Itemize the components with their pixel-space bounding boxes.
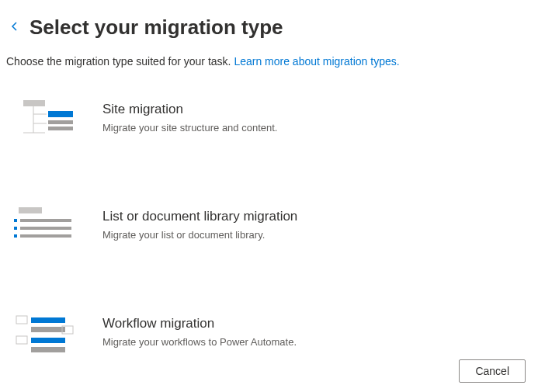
svg-rect-13 bbox=[14, 234, 17, 238]
footer: Cancel bbox=[459, 359, 526, 383]
option-title: List or document library migration bbox=[102, 209, 297, 224]
subtitle-text: Choose the migration type suited for you… bbox=[6, 55, 234, 68]
svg-rect-16 bbox=[31, 317, 65, 323]
svg-rect-15 bbox=[16, 316, 27, 324]
svg-rect-9 bbox=[14, 219, 17, 222]
option-workflow-migration[interactable]: Workflow migration Migrate your workflow… bbox=[12, 304, 538, 367]
option-desc: Migrate your workflows to Power Automate… bbox=[102, 336, 297, 348]
svg-rect-2 bbox=[48, 120, 73, 124]
option-desc: Migrate your site structure and content. bbox=[102, 122, 277, 134]
chevron-left-icon bbox=[9, 21, 20, 32]
option-text: Workflow migration Migrate your workflow… bbox=[102, 314, 297, 348]
svg-rect-14 bbox=[20, 234, 71, 238]
back-button[interactable] bbox=[6, 18, 23, 37]
learn-more-link[interactable]: Learn more about migration types. bbox=[234, 55, 399, 68]
option-text: Site migration Migrate your site structu… bbox=[102, 100, 277, 134]
option-list-library-migration[interactable]: List or document library migration Migra… bbox=[12, 196, 538, 260]
workflow-icon bbox=[12, 314, 75, 356]
cancel-button[interactable]: Cancel bbox=[459, 359, 526, 383]
site-migration-icon bbox=[12, 100, 75, 142]
subtitle: Choose the migration type suited for you… bbox=[0, 46, 538, 68]
option-site-migration[interactable]: Site migration Migrate your site structu… bbox=[12, 89, 538, 153]
svg-rect-21 bbox=[31, 347, 65, 352]
svg-rect-8 bbox=[19, 207, 42, 213]
svg-rect-10 bbox=[20, 219, 71, 222]
option-title: Site migration bbox=[102, 102, 277, 117]
page-title: Select your migration type bbox=[30, 16, 283, 40]
option-text: List or document library migration Migra… bbox=[102, 207, 297, 241]
option-title: Workflow migration bbox=[102, 316, 297, 331]
svg-rect-11 bbox=[14, 227, 17, 230]
option-desc: Migrate your list or document library. bbox=[102, 229, 297, 241]
page-header: Select your migration type bbox=[0, 0, 538, 46]
svg-rect-19 bbox=[16, 336, 27, 344]
svg-rect-1 bbox=[48, 111, 73, 117]
svg-rect-20 bbox=[31, 338, 65, 343]
svg-rect-0 bbox=[23, 100, 45, 106]
svg-rect-12 bbox=[20, 227, 71, 230]
options-list: Site migration Migrate your site structu… bbox=[0, 68, 538, 367]
svg-rect-17 bbox=[31, 327, 65, 332]
svg-rect-3 bbox=[48, 127, 73, 130]
list-library-icon bbox=[12, 207, 75, 249]
